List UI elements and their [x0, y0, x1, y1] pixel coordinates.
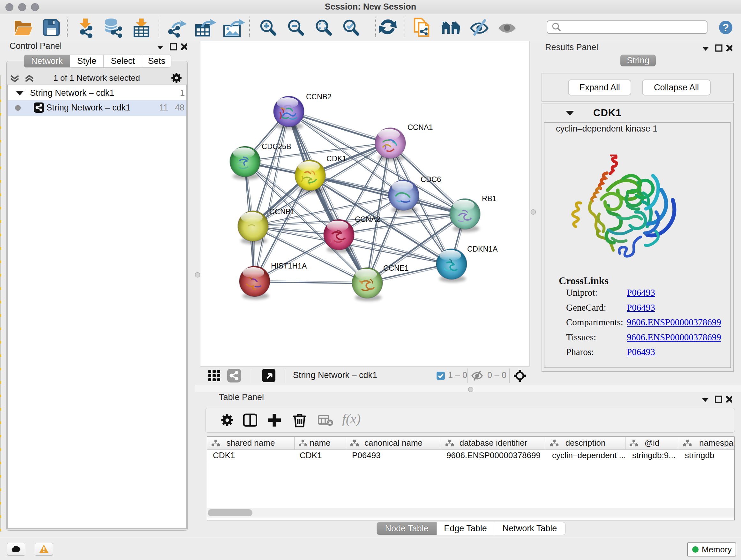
- svg-text:HIST1H1A: HIST1H1A: [271, 262, 307, 270]
- svg-text:CDKN1A: CDKN1A: [467, 245, 498, 253]
- svg-text:CDC25B: CDC25B: [262, 142, 291, 151]
- svg-text:RB1: RB1: [482, 194, 496, 203]
- svg-text:CCNB2: CCNB2: [306, 92, 332, 101]
- svg-text:CDC6: CDC6: [421, 175, 441, 184]
- svg-text:CCNB1: CCNB1: [269, 207, 295, 216]
- svg-text:CCNE1: CCNE1: [383, 264, 409, 272]
- svg-text:CCNA1: CCNA1: [408, 123, 433, 132]
- svg-text:?: ?: [723, 21, 729, 34]
- svg-text:CDK1: CDK1: [327, 154, 347, 163]
- svg-text:CCNA2: CCNA2: [355, 215, 381, 224]
